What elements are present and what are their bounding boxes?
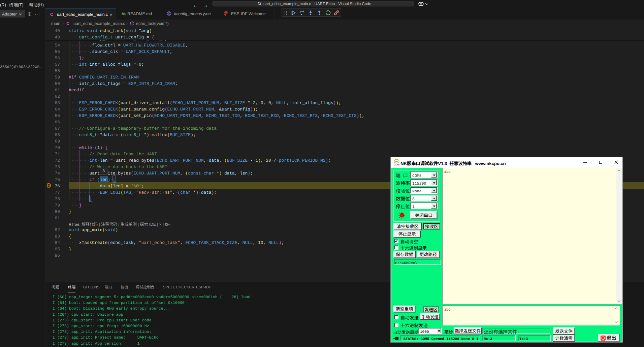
svg-text:NK: NK [395, 160, 398, 163]
svg-text:COM: COM [394, 163, 399, 166]
